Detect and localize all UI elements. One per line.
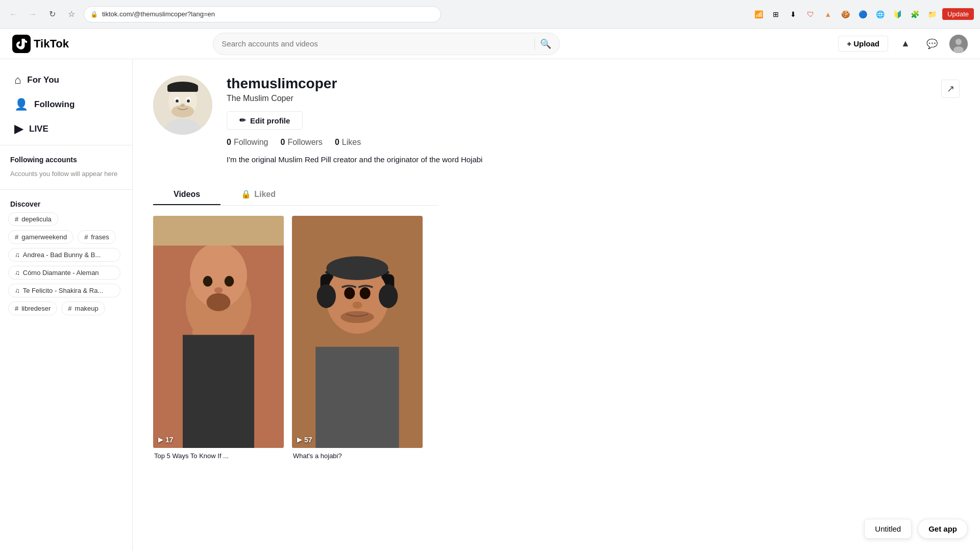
svg-rect-24 [153, 216, 284, 245]
svg-point-31 [379, 284, 398, 308]
ext-triangle[interactable]: ▲ [821, 7, 835, 21]
tag-label-frases: frases [91, 233, 109, 241]
ext-wifi[interactable]: 📶 [751, 7, 766, 21]
get-app-button[interactable]: Get app [918, 519, 968, 539]
video-card-2[interactable]: ▶ 57 What's a hojabi? [292, 216, 423, 460]
address-bar[interactable]: 🔒 tiktok.com/@themuslimcoper?lang=en [84, 6, 441, 22]
ext-emoji[interactable]: 🍪 [838, 7, 852, 21]
profile-info: themuslimcoper The Muslim Coper ✏ Edit p… [227, 76, 927, 174]
svg-point-21 [207, 293, 231, 311]
svg-point-10 [176, 99, 179, 103]
reload-button[interactable]: ↻ [45, 7, 59, 21]
svg-rect-37 [315, 347, 399, 448]
svg-point-20 [214, 287, 223, 293]
video-card-1[interactable]: ▶ 17 Top 5 Ways To Know If ... [153, 216, 284, 460]
app-body: ⌂ For You 👤 Following ▶ LIVE Following a… [0, 59, 980, 551]
play-icon-2: ▶ [297, 436, 302, 443]
discover-title: Discover [0, 194, 132, 212]
svg-point-19 [225, 276, 234, 287]
main-content: themuslimcoper The Muslim Coper ✏ Edit p… [133, 59, 980, 551]
messages-icon-button[interactable]: 💬 [923, 35, 941, 53]
upload-button[interactable]: + Upload [838, 36, 888, 52]
music-andrea[interactable]: ♫ Andrea - Bad Bunny & B... [8, 248, 120, 262]
following-label: Following [234, 138, 268, 147]
lock-icon: 🔒 [90, 11, 98, 18]
music-label-andrea: Andrea - Bad Bunny & B... [23, 251, 101, 259]
ext-translate[interactable]: 🌐 [873, 7, 887, 21]
likes-label: Likes [342, 138, 361, 147]
bookmark-button[interactable]: ☆ [64, 7, 79, 21]
extensions-area: 📶 ⊞ ⬇ 🛡 ▲ 🍪 🔵 🌐 🔰 🧩 📁 Update [751, 7, 974, 21]
ext-puzzle[interactable]: 🧩 [908, 7, 922, 21]
discover-tags: # depelicula # gamerweekend # frases ♫ A… [0, 212, 132, 315]
user-avatar[interactable] [949, 35, 968, 53]
search-button[interactable]: 🔍 [540, 38, 551, 49]
ext-shield2[interactable]: 🔰 [890, 7, 904, 21]
hashtag-icon-1: # [15, 215, 18, 223]
play-count-number-1: 17 [165, 436, 174, 444]
profile-username: themuslimcoper [227, 76, 927, 92]
lock-icon-liked: 🔒 [241, 189, 251, 199]
ext-folder[interactable]: 📁 [925, 7, 939, 21]
search-bar[interactable]: 🔍 [213, 33, 560, 55]
edit-icon: ✏ [239, 116, 246, 125]
music-felicito[interactable]: ♫ Te Felicito - Shakira & Ra... [8, 284, 120, 297]
sidebar-nav: ⌂ For You 👤 Following ▶ LIVE [0, 68, 132, 141]
following-accounts-empty: Accounts you follow will appear here [0, 167, 132, 185]
tab-liked[interactable]: 🔒 Liked [220, 184, 296, 205]
svg-point-32 [326, 256, 388, 280]
tag-label-gamerweekend: gamerweekend [21, 233, 67, 241]
sidebar-divider-1 [0, 145, 132, 145]
video-play-count-1: ▶ 17 [158, 436, 174, 444]
back-button[interactable]: ← [6, 7, 20, 21]
tag-makeup[interactable]: # makeup [61, 302, 105, 315]
tag-gamerweekend[interactable]: # gamerweekend [8, 230, 74, 244]
hashtag-icon-3: # [84, 233, 88, 241]
avatar-image [949, 35, 968, 53]
hashtag-icon-2: # [15, 233, 18, 241]
svg-rect-7 [167, 85, 198, 92]
stat-followers[interactable]: 0 Followers [281, 138, 323, 147]
ext-cookie[interactable]: 🔵 [855, 7, 870, 21]
ext-grid[interactable]: ⊞ [769, 7, 783, 21]
sidebar-item-following[interactable]: 👤 Following [4, 93, 128, 116]
tag-depelicula[interactable]: # depelicula [8, 212, 58, 226]
music-label-diamante: Cómo Diamante - Aleman [23, 269, 99, 277]
following-accounts-title: Following accounts [0, 149, 132, 167]
edit-profile-button[interactable]: ✏ Edit profile [227, 111, 303, 130]
url-text: tiktok.com/@themuslimcoper?lang=en [102, 10, 215, 18]
tag-libredeser[interactable]: # libredeser [8, 302, 57, 315]
bottom-bar: Untitled Get app [864, 519, 968, 539]
search-input[interactable] [222, 39, 529, 48]
hashtag-icon-4: # [15, 305, 18, 312]
forward-button[interactable]: → [26, 7, 40, 21]
profile-display-name: The Muslim Coper [227, 94, 927, 103]
profile-bio: I'm the original Muslim Red Pill creator… [227, 155, 533, 164]
svg-rect-23 [183, 335, 254, 448]
video-preview-1 [153, 216, 284, 448]
tag-label-depelicula: depelicula [21, 215, 52, 223]
live-icon: ▶ [14, 122, 23, 136]
filter-icon-button[interactable]: ▲ [896, 35, 915, 53]
update-button[interactable]: Update [942, 8, 974, 20]
sidebar-item-live[interactable]: ▶ LIVE [4, 117, 128, 141]
tiktok-logo[interactable]: TikTok [12, 35, 69, 53]
stat-following[interactable]: 0 Following [227, 138, 268, 147]
followers-count: 0 [281, 138, 285, 147]
ext-download[interactable]: ⬇ [786, 7, 800, 21]
tag-frases[interactable]: # frases [78, 230, 116, 244]
play-icon-1: ▶ [158, 436, 163, 443]
music-diamante[interactable]: ♫ Cómo Diamante - Aleman [8, 266, 120, 280]
following-count: 0 [227, 138, 231, 147]
ext-shield-red[interactable]: 🛡 [803, 7, 818, 21]
likes-count: 0 [335, 138, 339, 147]
video-title-1: Top 5 Ways To Know If ... [153, 452, 284, 460]
share-button[interactable]: ↗ [941, 80, 960, 98]
tag-label-libredeser: libredeser [21, 305, 51, 312]
profile-avatar [153, 76, 212, 135]
untitled-button[interactable]: Untitled [864, 519, 912, 539]
tab-videos[interactable]: Videos [153, 184, 220, 205]
sidebar-item-for-you[interactable]: ⌂ For You [4, 68, 128, 92]
tab-videos-label: Videos [174, 190, 200, 199]
stat-likes[interactable]: 0 Likes [335, 138, 361, 147]
